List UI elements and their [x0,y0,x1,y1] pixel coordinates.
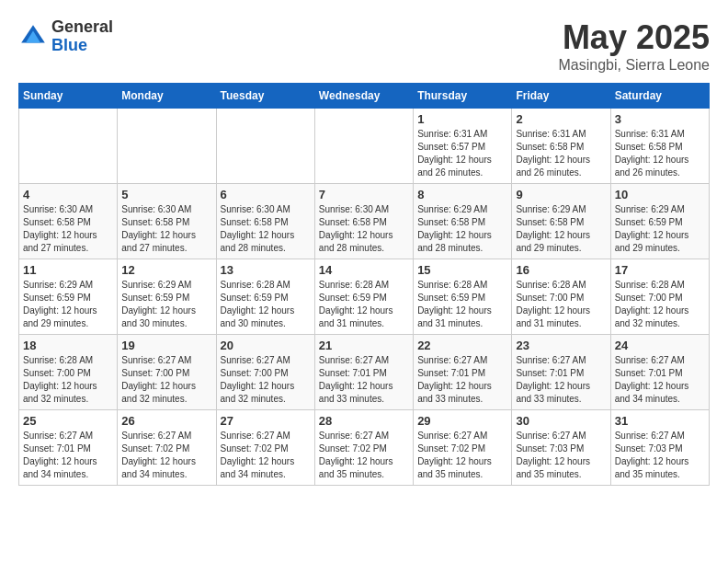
day-cell-7: 7Sunrise: 6:30 AM Sunset: 6:58 PM Daylig… [314,184,413,259]
day-number: 8 [417,188,507,201]
day-cell-13: 13Sunrise: 6:28 AM Sunset: 6:59 PM Dayli… [216,259,314,335]
day-info: Sunrise: 6:27 AM Sunset: 7:02 PM Dayligh… [319,430,409,481]
day-cell-14: 14Sunrise: 6:28 AM Sunset: 6:59 PM Dayli… [314,259,413,335]
day-number: 28 [319,414,409,428]
day-cell-19: 19Sunrise: 6:27 AM Sunset: 7:00 PM Dayli… [118,335,216,410]
day-info: Sunrise: 6:27 AM Sunset: 7:03 PM Dayligh… [516,430,606,481]
day-info: Sunrise: 6:28 AM Sunset: 6:59 PM Dayligh… [319,279,409,330]
day-number: 19 [121,339,211,352]
day-info: Sunrise: 6:27 AM Sunset: 7:02 PM Dayligh… [121,430,211,481]
week-row-4: 18Sunrise: 6:28 AM Sunset: 7:00 PM Dayli… [19,335,710,410]
empty-cell [118,109,216,184]
day-cell-29: 29Sunrise: 6:27 AM Sunset: 7:02 PM Dayli… [414,410,512,486]
day-info: Sunrise: 6:30 AM Sunset: 6:58 PM Dayligh… [23,203,113,255]
day-cell-17: 17Sunrise: 6:28 AM Sunset: 7:00 PM Dayli… [610,259,709,335]
day-info: Sunrise: 6:28 AM Sunset: 7:00 PM Dayligh… [615,279,705,330]
day-info: Sunrise: 6:27 AM Sunset: 7:00 PM Dayligh… [121,354,211,406]
day-cell-30: 30Sunrise: 6:27 AM Sunset: 7:03 PM Dayli… [512,410,610,486]
day-cell-21: 21Sunrise: 6:27 AM Sunset: 7:01 PM Dayli… [314,335,413,410]
day-info: Sunrise: 6:29 AM Sunset: 6:59 PM Dayligh… [23,279,113,330]
week-row-1: 1Sunrise: 6:31 AM Sunset: 6:57 PM Daylig… [19,109,710,184]
day-number: 14 [319,263,409,277]
weekday-header-friday: Friday [512,84,610,109]
logo-general-text: General [51,18,113,37]
day-info: Sunrise: 6:28 AM Sunset: 7:00 PM Dayligh… [23,354,113,406]
day-number: 30 [516,414,606,428]
day-number: 17 [615,263,705,277]
day-number: 21 [319,339,409,352]
day-info: Sunrise: 6:29 AM Sunset: 6:58 PM Dayligh… [516,203,606,255]
day-info: Sunrise: 6:27 AM Sunset: 7:00 PM Dayligh… [221,354,311,406]
day-cell-6: 6Sunrise: 6:30 AM Sunset: 6:58 PM Daylig… [216,184,314,259]
day-info: Sunrise: 6:27 AM Sunset: 7:01 PM Dayligh… [516,354,606,406]
day-info: Sunrise: 6:27 AM Sunset: 7:01 PM Dayligh… [417,354,507,406]
day-cell-9: 9Sunrise: 6:29 AM Sunset: 6:58 PM Daylig… [512,184,610,259]
day-cell-26: 26Sunrise: 6:27 AM Sunset: 7:02 PM Dayli… [118,410,216,486]
day-cell-18: 18Sunrise: 6:28 AM Sunset: 7:00 PM Dayli… [19,335,118,410]
day-number: 25 [23,414,113,428]
day-number: 22 [417,339,507,352]
day-number: 29 [417,414,507,428]
day-number: 24 [615,339,705,352]
day-info: Sunrise: 6:30 AM Sunset: 6:58 PM Dayligh… [319,203,409,255]
day-info: Sunrise: 6:27 AM Sunset: 7:02 PM Dayligh… [221,430,311,481]
day-number: 13 [221,263,311,277]
day-number: 10 [615,188,705,201]
day-number: 11 [23,263,113,277]
location-title: Masingbi, Sierra Leone [558,57,710,74]
day-info: Sunrise: 6:27 AM Sunset: 7:01 PM Dayligh… [23,430,113,481]
title-block: May 2025 Masingbi, Sierra Leone [558,18,710,74]
weekday-header-wednesday: Wednesday [314,84,413,109]
weekday-header-tuesday: Tuesday [216,84,314,109]
day-cell-25: 25Sunrise: 6:27 AM Sunset: 7:01 PM Dayli… [19,410,118,486]
day-cell-10: 10Sunrise: 6:29 AM Sunset: 6:59 PM Dayli… [610,184,709,259]
page-header: General Blue May 2025 Masingbi, Sierra L… [18,18,710,74]
day-info: Sunrise: 6:27 AM Sunset: 7:01 PM Dayligh… [319,354,409,406]
day-info: Sunrise: 6:29 AM Sunset: 6:59 PM Dayligh… [615,203,705,255]
day-cell-31: 31Sunrise: 6:27 AM Sunset: 7:03 PM Dayli… [610,410,709,486]
day-info: Sunrise: 6:27 AM Sunset: 7:01 PM Dayligh… [615,354,705,406]
empty-cell [314,109,413,184]
weekday-header-saturday: Saturday [610,84,709,109]
day-info: Sunrise: 6:30 AM Sunset: 6:58 PM Dayligh… [221,203,311,255]
day-number: 2 [516,112,606,126]
weekday-header-sunday: Sunday [19,84,118,109]
day-number: 27 [221,414,311,428]
empty-cell [216,109,314,184]
weekday-header-monday: Monday [118,84,216,109]
day-number: 1 [417,112,507,126]
day-number: 9 [516,188,606,201]
day-number: 4 [23,188,113,201]
empty-cell [19,109,118,184]
logo-blue-text: Blue [51,37,113,55]
day-info: Sunrise: 6:31 AM Sunset: 6:58 PM Dayligh… [516,128,606,179]
day-info: Sunrise: 6:28 AM Sunset: 6:59 PM Dayligh… [417,279,507,330]
day-cell-11: 11Sunrise: 6:29 AM Sunset: 6:59 PM Dayli… [19,259,118,335]
day-cell-5: 5Sunrise: 6:30 AM Sunset: 6:58 PM Daylig… [118,184,216,259]
weekday-header-row: SundayMondayTuesdayWednesdayThursdayFrid… [19,84,710,109]
day-number: 5 [121,188,211,201]
weekday-header-thursday: Thursday [414,84,512,109]
calendar-table: SundayMondayTuesdayWednesdayThursdayFrid… [18,83,710,486]
week-row-2: 4Sunrise: 6:30 AM Sunset: 6:58 PM Daylig… [19,184,710,259]
day-cell-23: 23Sunrise: 6:27 AM Sunset: 7:01 PM Dayli… [512,335,610,410]
day-cell-20: 20Sunrise: 6:27 AM Sunset: 7:00 PM Dayli… [216,335,314,410]
day-number: 12 [121,263,211,277]
day-number: 3 [615,112,705,126]
day-cell-2: 2Sunrise: 6:31 AM Sunset: 6:58 PM Daylig… [512,109,610,184]
logo-text: General Blue [51,18,113,55]
day-info: Sunrise: 6:27 AM Sunset: 7:02 PM Dayligh… [417,430,507,481]
day-cell-15: 15Sunrise: 6:28 AM Sunset: 6:59 PM Dayli… [414,259,512,335]
day-cell-8: 8Sunrise: 6:29 AM Sunset: 6:58 PM Daylig… [414,184,512,259]
week-row-3: 11Sunrise: 6:29 AM Sunset: 6:59 PM Dayli… [19,259,710,335]
day-cell-3: 3Sunrise: 6:31 AM Sunset: 6:58 PM Daylig… [610,109,709,184]
day-info: Sunrise: 6:29 AM Sunset: 6:59 PM Dayligh… [121,279,211,330]
day-number: 26 [121,414,211,428]
day-cell-4: 4Sunrise: 6:30 AM Sunset: 6:58 PM Daylig… [19,184,118,259]
day-info: Sunrise: 6:28 AM Sunset: 7:00 PM Dayligh… [516,279,606,330]
day-cell-27: 27Sunrise: 6:27 AM Sunset: 7:02 PM Dayli… [216,410,314,486]
day-info: Sunrise: 6:28 AM Sunset: 6:59 PM Dayligh… [221,279,311,330]
month-title: May 2025 [558,18,710,57]
day-cell-22: 22Sunrise: 6:27 AM Sunset: 7:01 PM Dayli… [414,335,512,410]
day-info: Sunrise: 6:27 AM Sunset: 7:03 PM Dayligh… [615,430,705,481]
